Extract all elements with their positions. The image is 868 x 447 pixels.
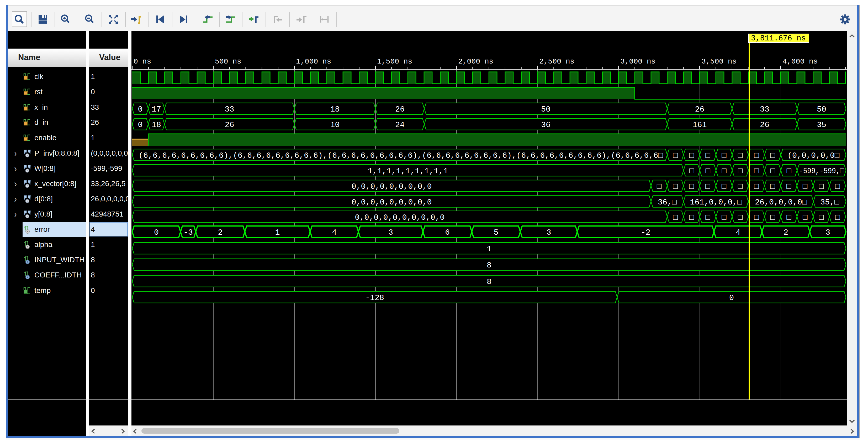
- svg-text:□: □: [705, 182, 710, 191]
- svg-text:□: □: [721, 182, 726, 191]
- svg-text:8: 8: [487, 261, 492, 270]
- svg-text:1,1,1,1,1,1,1,1,1: 1,1,1,1,1,1,1,1,1: [368, 167, 448, 176]
- svg-text:□: □: [835, 182, 840, 191]
- svg-text:□: □: [819, 213, 824, 222]
- svg-text:□: □: [770, 167, 775, 176]
- svg-text:500 ns: 500 ns: [215, 58, 241, 66]
- svg-text:□: □: [657, 182, 661, 191]
- svg-text:□: □: [754, 182, 759, 191]
- svg-text:□: □: [754, 167, 759, 176]
- svg-text:□: □: [705, 213, 710, 222]
- svg-text:-128: -128: [365, 294, 384, 302]
- svg-text:26: 26: [760, 120, 769, 129]
- svg-text:8: 8: [487, 277, 492, 286]
- svg-text:3,000 ns: 3,000 ns: [620, 58, 655, 66]
- svg-text:35: 35: [817, 120, 826, 129]
- svg-text:10: 10: [330, 120, 340, 129]
- svg-text:18: 18: [330, 105, 340, 114]
- svg-text:4,000 ns: 4,000 ns: [782, 58, 817, 66]
- svg-text:1,500 ns: 1,500 ns: [377, 58, 412, 66]
- svg-text:0: 0: [154, 228, 159, 237]
- svg-text:26,0,0,0,0□: 26,0,0,0,0□: [755, 198, 807, 207]
- svg-text:-599,-599,□: -599,-599,□: [799, 167, 844, 176]
- svg-text:1: 1: [487, 245, 492, 254]
- svg-text:50: 50: [541, 105, 551, 114]
- svg-text:□: □: [738, 151, 743, 160]
- svg-text:2: 2: [218, 228, 222, 237]
- svg-text:□: □: [738, 213, 743, 222]
- svg-text:5: 5: [494, 228, 498, 237]
- svg-text:35,□: 35,□: [820, 198, 839, 207]
- svg-text:0: 0: [729, 294, 734, 302]
- svg-text:□: □: [673, 151, 678, 160]
- svg-text:□: □: [738, 182, 743, 191]
- svg-text:0 ns: 0 ns: [133, 58, 151, 66]
- svg-text:0,0,0,0,0,0,0,0,0: 0,0,0,0,0,0,0,0,0: [351, 198, 432, 207]
- svg-text:□: □: [673, 213, 678, 222]
- svg-text:0: 0: [138, 105, 143, 114]
- svg-text:6: 6: [445, 228, 450, 237]
- svg-text:□: □: [835, 213, 840, 222]
- svg-text:□: □: [706, 167, 710, 176]
- svg-text:0: 0: [138, 120, 143, 129]
- svg-text:0,0,0,0,0,0,0,0,0: 0,0,0,0,0,0,0,0,0: [351, 182, 432, 191]
- svg-text:24: 24: [395, 120, 405, 129]
- svg-text:□: □: [786, 182, 791, 191]
- svg-text:□: □: [754, 213, 759, 222]
- svg-text:□: □: [803, 213, 807, 222]
- svg-text:(0,0,0,0,0□: (0,0,0,0,0□: [787, 151, 839, 160]
- svg-text:3: 3: [826, 228, 830, 237]
- svg-text:□: □: [819, 182, 824, 191]
- svg-text:33: 33: [760, 105, 769, 114]
- svg-text:2,000 ns: 2,000 ns: [458, 58, 493, 66]
- svg-text:3,811.676 ns: 3,811.676 ns: [751, 34, 806, 43]
- svg-text:36: 36: [541, 120, 551, 129]
- svg-text:(6,6,6,6,6,6,6,6,6),(6,6,6,6,6: (6,6,6,6,6,6,6,6,6),(6,6,6,6,6,6,6,6,6),…: [138, 151, 663, 160]
- svg-text:2: 2: [783, 228, 788, 237]
- svg-text:□: □: [786, 213, 791, 222]
- svg-text:□: □: [754, 151, 759, 160]
- svg-text:3: 3: [546, 228, 551, 237]
- svg-text:50: 50: [817, 105, 826, 114]
- svg-text:161: 161: [692, 120, 707, 129]
- svg-text:□: □: [689, 151, 694, 160]
- svg-text:4: 4: [332, 228, 337, 237]
- svg-text:3: 3: [389, 228, 393, 237]
- svg-text:□: □: [673, 182, 678, 191]
- svg-text:26: 26: [225, 120, 234, 129]
- svg-text:□: □: [770, 182, 775, 191]
- svg-text:0,0,0,0,0,0,0,0,0,0: 0,0,0,0,0,0,0,0,0,0: [355, 213, 444, 222]
- svg-text:□: □: [689, 182, 694, 191]
- svg-text:1,000 ns: 1,000 ns: [296, 58, 331, 66]
- svg-text:□: □: [770, 151, 775, 160]
- svg-text:1: 1: [275, 228, 280, 237]
- svg-text:-3: -3: [183, 228, 193, 237]
- svg-text:33: 33: [225, 105, 234, 114]
- svg-text:□: □: [705, 151, 710, 160]
- svg-text:18: 18: [152, 120, 161, 129]
- svg-text:17: 17: [152, 105, 161, 114]
- svg-text:□: □: [721, 151, 726, 160]
- svg-text:□: □: [721, 167, 726, 176]
- svg-text:□: □: [803, 182, 807, 191]
- svg-text:□: □: [787, 167, 792, 176]
- svg-text:□: □: [689, 213, 694, 222]
- svg-text:□: □: [738, 167, 743, 176]
- svg-text:161,0,0,0,□: 161,0,0,0,□: [690, 198, 742, 207]
- svg-text:-2: -2: [641, 228, 650, 237]
- svg-text:□: □: [770, 213, 775, 222]
- svg-text:□: □: [689, 167, 694, 176]
- svg-text:3,500 ns: 3,500 ns: [702, 58, 737, 66]
- svg-text:4: 4: [736, 228, 740, 237]
- svg-text:□: □: [721, 213, 726, 222]
- svg-text:26: 26: [395, 105, 405, 114]
- svg-text:2,500 ns: 2,500 ns: [539, 58, 575, 66]
- svg-text:36,□: 36,□: [658, 198, 677, 207]
- svg-text:26: 26: [695, 105, 704, 114]
